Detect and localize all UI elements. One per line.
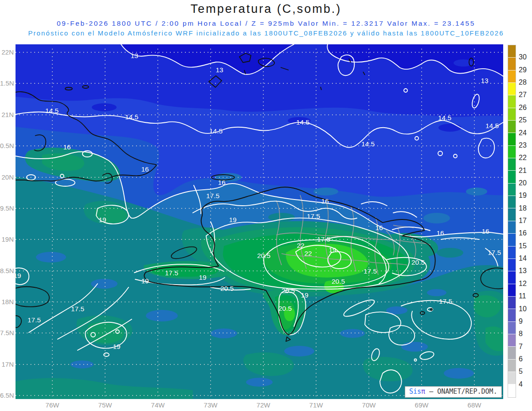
contour-label: 16: [436, 229, 444, 237]
colorbar-cell: [508, 45, 516, 58]
y-axis-label: 21N: [0, 111, 14, 118]
contour-label: 17.5: [71, 305, 84, 313]
colorbar-tick-label: 7: [519, 343, 523, 351]
watermark-org: ONAMET/REP.DOM.: [437, 388, 497, 395]
colorbar-tick-label: 22: [519, 154, 527, 162]
colorbar-cell: [508, 360, 516, 372]
colorbar-tick-label: 24: [519, 129, 527, 137]
watermark-sis: Sis: [409, 388, 421, 395]
colorbar-tick-label: 13: [519, 267, 527, 275]
y-axis-label: 17N: [0, 360, 14, 368]
colorbar-cell: [508, 208, 516, 221]
contour-label: 19: [113, 343, 120, 351]
contour-label: 20.5: [278, 305, 292, 313]
colorbar-cell: [508, 297, 516, 309]
colorbar-cell: [508, 309, 516, 321]
contour-label: 17.5: [488, 249, 501, 257]
colorbar-tick-label: 23: [519, 141, 527, 149]
x-axis-label: 74W: [149, 401, 167, 409]
colorbar-cell: [508, 108, 516, 121]
contour-label: 16: [141, 165, 149, 173]
colorbar-cell: [508, 247, 516, 259]
contour-label: 16: [218, 179, 225, 187]
x-axis-label: 72W: [254, 401, 272, 409]
colorbar-tick-label: 18: [519, 204, 527, 212]
contour-label: 16: [375, 224, 383, 232]
colorbar-cell: [508, 384, 516, 397]
colorbar-tick-label: 5: [519, 368, 523, 376]
colorbar-cell: [508, 70, 516, 83]
colorbar-tick-label: 29: [519, 66, 527, 74]
colorbar-cell: [508, 322, 516, 334]
y-axis-label: 0.5N: [0, 142, 14, 149]
colorbar-tick-label: 4: [519, 380, 523, 388]
colorbar-tick-label: 21: [519, 167, 527, 175]
y-axis-label: 20N: [0, 173, 14, 181]
colorbar-cell: [508, 271, 516, 284]
contour-label: 14.5: [361, 140, 375, 148]
contour-label: 14.5: [296, 118, 309, 126]
colorbar-cell: [508, 234, 516, 246]
colorbar-cell: [508, 146, 516, 158]
watermark-badge: Sisπ – ONAMET/REP.DOM.: [405, 386, 502, 398]
y-axis-label: 7.5N: [0, 329, 14, 337]
contour-label: 14.5: [125, 113, 138, 121]
colorbar-tick-label: 9: [519, 317, 523, 325]
colorbar-cell: [508, 95, 516, 108]
contour-label: 13: [130, 52, 138, 60]
watermark-pi-icon: π: [421, 388, 425, 395]
y-axis-label: 22N: [0, 48, 14, 56]
contour-label: 16: [63, 143, 70, 151]
contour-label: 17.5: [307, 212, 320, 220]
map-canvas: 13131314.514.514.514.514.514.514.5161616…: [16, 44, 503, 399]
contour-label: 19: [229, 216, 236, 224]
colorbar-cell: [508, 334, 516, 347]
contour-label: 19: [199, 274, 206, 282]
y-axis-label: 1.5N: [0, 79, 14, 87]
contour-label: 19: [13, 272, 21, 280]
colorbar-tick-label: 26: [519, 104, 527, 112]
contour-label: 20.5: [411, 258, 425, 266]
contour-label: 17.5: [165, 269, 178, 277]
y-axis-label: 18N: [0, 298, 14, 305]
colorbar-tick-label: 15: [519, 242, 527, 250]
contour-label: 20.5: [282, 287, 295, 295]
contour-label: 20.5: [220, 285, 234, 293]
page-title: Temperatura (C,somb.): [0, 2, 532, 16]
x-axis-label: 70W: [360, 401, 378, 409]
colorbar-tick-label: 27: [519, 91, 527, 99]
contour-label: 14.5: [438, 114, 451, 122]
y-axis-label: 19N: [0, 235, 14, 243]
y-axis-label: 9.5N: [0, 204, 14, 212]
x-axis-label: 68W: [466, 401, 483, 409]
contour-label: 13: [215, 66, 223, 74]
subtitle-model-info: Pronóstico con el Modelo Atmósferico WRF…: [0, 29, 532, 37]
colorbar-tick-label: 10: [519, 305, 527, 313]
contour-label: 19: [141, 277, 149, 285]
colorbar-tick-label: 20: [519, 179, 527, 187]
colorbar-tick-label: 30: [519, 53, 527, 61]
temperature-field-svg: [16, 44, 503, 399]
colorbar-cell: [508, 372, 516, 384]
y-axis-label: 8.5N: [0, 267, 14, 274]
colorbar-cell: [508, 221, 516, 234]
colorbar-cell: [508, 184, 516, 196]
contour-label: 14.5: [209, 127, 223, 135]
weather-map-screen: Temperatura (C,somb.) 09-Feb-2026 1800 U…: [0, 0, 532, 411]
colorbar-cell: [508, 259, 516, 271]
colorbar-tick-label: 28: [519, 78, 527, 86]
colorbar-cell: [508, 133, 516, 145]
colorbar: [508, 45, 516, 398]
contour-label: 20.5: [257, 252, 270, 260]
colorbar-tick-label: 19: [519, 192, 527, 200]
colorbar-tick-label: 14: [519, 254, 527, 262]
colorbar-tick-label: 12: [519, 280, 527, 288]
colorbar-tick-label: 17: [519, 217, 527, 225]
y-axis-label: 6.5N: [0, 391, 14, 399]
colorbar-cell: [508, 58, 516, 70]
x-axis-label: 73W: [202, 401, 219, 409]
colorbar-cell: [508, 171, 516, 183]
contour-label: 17.5: [364, 267, 377, 275]
contour-label: 17.5: [27, 316, 41, 324]
x-axis-label: 69W: [413, 401, 430, 409]
